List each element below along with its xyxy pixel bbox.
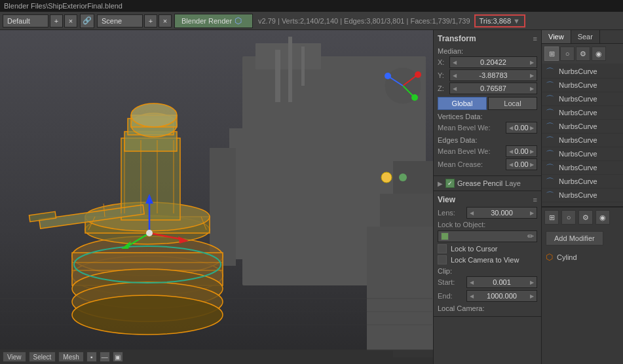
view-menu-btn[interactable]: View (3, 352, 26, 362)
lock-to-cursor-row: Lock to Cursor (438, 244, 537, 253)
list-item[interactable]: ⌒ NurbsCurve (542, 189, 623, 202)
svg-point-53 (411, 94, 418, 101)
clip-start-input[interactable]: 0.001 (466, 276, 537, 288)
clip-section: Clip: Start: 0.001 End: 1000.000 Local (438, 267, 537, 312)
x-value: 0.20422 (457, 58, 530, 66)
transform-title: Transform (438, 34, 476, 43)
svg-point-56 (381, 172, 392, 183)
viewport-bottom-bar: View Select Mesh ▪ — ▣ (0, 350, 433, 364)
nurbs-curve-icon: ⌒ (546, 121, 556, 132)
cylinder-icon: ⬡ (546, 252, 553, 262)
clip-end-label: End: (438, 292, 464, 300)
link-btn[interactable]: 🔗 (80, 14, 94, 28)
nurbs-curve-icon: ⌒ (546, 190, 556, 200)
z-input[interactable]: 0.76587 (449, 82, 537, 94)
material-icon-tab[interactable]: ◉ (592, 46, 606, 61)
list-item[interactable]: ⌒ NurbsCurve (542, 175, 623, 189)
title-bar: Blender Files\ShipExteriorFinal.blend (0, 0, 623, 12)
svg-point-51 (415, 71, 421, 78)
lock-to-cursor-checkbox[interactable] (438, 244, 447, 253)
view-icon-tab[interactable]: ⊞ (544, 46, 559, 61)
mod-icon-4[interactable]: ◉ (595, 210, 610, 225)
x-label: X: (438, 58, 447, 66)
face-mode-btn[interactable]: ▣ (113, 352, 123, 362)
ship-model-svg (0, 30, 433, 364)
vertex-mode-btn[interactable]: ▪ (86, 352, 97, 362)
version-info: v2.79 | Verts:2,140/2,140 | Edges:3,801/… (258, 17, 470, 25)
mesh-menu-btn[interactable]: Mesh (58, 352, 83, 362)
y-input[interactable]: -3.88783 (449, 69, 537, 81)
search-tab[interactable]: Sear (571, 30, 600, 43)
x-field-row: X: 0.20422 (438, 56, 537, 68)
layout-add-btn[interactable]: + (50, 14, 63, 27)
y-field-row: Y: -3.88783 (438, 69, 537, 81)
add-modifier-btn[interactable]: Add Modifier (546, 231, 603, 246)
lock-camera-label: Lock Camera to View (451, 256, 519, 264)
lock-to-object-label: Lock to Object: (438, 221, 490, 228)
view-options[interactable]: ≡ (533, 196, 537, 204)
clip-start-row: Start: 0.001 (438, 276, 537, 288)
nurbs-curve-icon: ⌒ (546, 66, 556, 77)
scene-add-btn[interactable]: + (144, 14, 157, 27)
list-item[interactable]: ⌒ NurbsCurve (542, 120, 623, 134)
nurbs-curve-icon: ⌒ (546, 149, 556, 159)
layout-dropdown[interactable]: Default (3, 14, 48, 27)
svg-rect-8 (367, 227, 433, 351)
engine-dropdown[interactable]: Blender Render ⬡ (174, 14, 253, 28)
clip-end-row: End: 1000.000 (438, 290, 537, 302)
mod-icon-1[interactable]: ⊞ (544, 210, 559, 225)
side-panels: Transform ≡ Median: X: 0.20422 Y: -3.887… (433, 30, 623, 364)
global-btn[interactable]: Global (438, 97, 487, 110)
view-header: View ≡ (438, 195, 537, 204)
modifier-section: ⊞ ○ ⚙ ◉ Add Modifier ⬡ Cylind (542, 206, 623, 267)
mean-bevel-we2-label: Mean Bevel We: (438, 147, 503, 155)
mod-icon-2[interactable]: ○ (561, 210, 576, 225)
list-item[interactable]: ⌒ NurbsCurve (542, 65, 623, 79)
lock-camera-checkbox[interactable] (438, 255, 447, 264)
grease-pencil-title: Grease Pencil (457, 179, 502, 187)
z-value: 0.76587 (457, 84, 530, 92)
list-item[interactable]: ⌒ NurbsCurve (542, 134, 623, 147)
scene-group: Scene + × (97, 14, 172, 27)
local-btn[interactable]: Local (488, 97, 537, 110)
list-item[interactable]: ⌒ NurbsCurve (542, 161, 623, 175)
scene-close-btn[interactable]: × (159, 14, 172, 27)
mean-bevel-we-input[interactable]: 0.00 (506, 122, 537, 134)
scene-dropdown[interactable]: Scene (97, 14, 143, 27)
lock-to-object-input[interactable]: ✏ (438, 230, 537, 242)
transform-options[interactable]: ≡ (533, 35, 537, 43)
cylinder-item[interactable]: ⬡ Cylind (542, 249, 623, 264)
list-item[interactable]: ⌒ NurbsCurve (542, 79, 623, 92)
select-menu-btn[interactable]: Select (29, 352, 56, 362)
svg-point-21 (72, 295, 223, 335)
svg-rect-4 (288, 37, 292, 102)
edge-mode-btn[interactable]: — (100, 352, 110, 362)
mean-crease-input[interactable]: 0.00 (506, 158, 537, 170)
modifier-icon-tab[interactable]: ⚙ (576, 46, 590, 61)
top-toolbar: Default + × 🔗 Scene + × Blender Render ⬡… (0, 12, 623, 30)
view-tab[interactable]: View (542, 30, 571, 43)
tris-counter: Tris:3,868 ▼ (474, 14, 525, 27)
local-camera-label: Local Camera: (438, 304, 537, 312)
svg-point-48 (146, 230, 153, 236)
view-title: View (438, 195, 455, 204)
main-layout: View Select Mesh ▪ — ▣ Transform ≡ Media… (0, 30, 623, 364)
list-item[interactable]: ⌒ NurbsCurve (542, 147, 623, 161)
x-input[interactable]: 0.20422 (449, 56, 537, 68)
panel-icon-tabs: ⊞ ○ ⚙ ◉ (542, 44, 623, 64)
lock-to-cursor-label: Lock to Cursor (451, 245, 498, 253)
eyedropper-icon[interactable]: ✏ (527, 232, 534, 241)
grease-pencil-row[interactable]: ▶ ✓ Grease Pencil Laye (434, 176, 541, 191)
clip-end-input[interactable]: 1000.000 (466, 290, 537, 302)
edges-label: Edges Data: (438, 136, 537, 144)
layout-close-btn[interactable]: × (64, 14, 77, 27)
mod-icon-3[interactable]: ⚙ (578, 210, 593, 225)
list-item[interactable]: ⌒ NurbsCurve (542, 106, 623, 120)
lens-input[interactable]: 30.000 (466, 207, 537, 219)
viewport-area[interactable]: View Select Mesh ▪ — ▣ (0, 30, 433, 364)
object-icon-tab[interactable]: ○ (560, 46, 575, 61)
mean-bevel-we2-input[interactable]: 0.00 (506, 145, 537, 157)
list-item[interactable]: ⌒ NurbsCurve (542, 92, 623, 106)
median-label: Median: (438, 47, 537, 55)
grease-pencil-checkbox[interactable]: ✓ (445, 179, 455, 188)
